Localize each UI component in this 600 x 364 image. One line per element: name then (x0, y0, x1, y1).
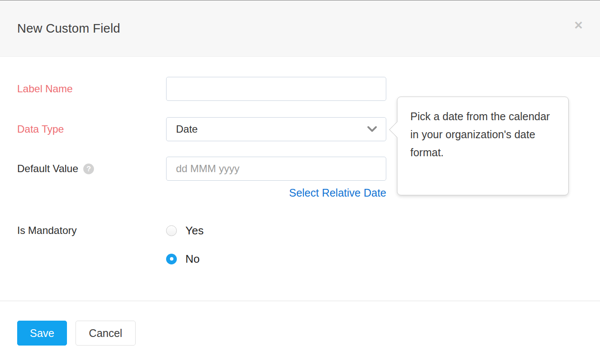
close-icon[interactable]: ✕ (570, 17, 587, 34)
radio-yes-label: Yes (185, 224, 203, 237)
radio-selected-icon[interactable] (166, 254, 177, 264)
default-value-input[interactable] (166, 157, 386, 181)
select-relative-date-link[interactable]: Select Relative Date (289, 187, 386, 199)
default-value-label-text: Default Value (17, 163, 78, 175)
tooltip-text: Pick a date from the calendar in your or… (410, 107, 555, 161)
radio-no-label: No (185, 252, 200, 266)
dialog-footer: Save Cancel (0, 300, 600, 364)
dialog-header: New Custom Field ✕ (0, 0, 600, 57)
save-button[interactable]: Save (17, 321, 67, 346)
new-custom-field-dialog: New Custom Field ✕ Label Name Data Type … (0, 0, 600, 364)
chevron-down-icon (367, 126, 377, 133)
relative-date-link-row: Select Relative Date (166, 187, 386, 199)
label-name-label: Label Name (17, 83, 166, 95)
radio-option-yes[interactable]: Yes (166, 224, 203, 237)
label-name-input[interactable] (166, 77, 386, 101)
default-value-label: Default Value ? (17, 163, 166, 175)
page-title: New Custom Field (17, 21, 120, 36)
dialog-body: Label Name Data Type Date Default Value … (0, 57, 600, 300)
is-mandatory-radio-group: Yes No (166, 224, 203, 266)
cancel-button[interactable]: Cancel (76, 321, 136, 346)
date-format-tooltip: Pick a date from the calendar in your or… (397, 97, 569, 195)
is-mandatory-row: Is Mandatory Yes No (17, 224, 600, 266)
is-mandatory-label: Is Mandatory (17, 224, 166, 237)
help-icon[interactable]: ? (83, 164, 94, 174)
data-type-select[interactable]: Date (166, 117, 386, 141)
radio-option-no[interactable]: No (166, 252, 203, 266)
data-type-selected-value: Date (176, 123, 198, 135)
radio-unselected-icon[interactable] (166, 225, 177, 236)
data-type-label: Data Type (17, 123, 166, 135)
